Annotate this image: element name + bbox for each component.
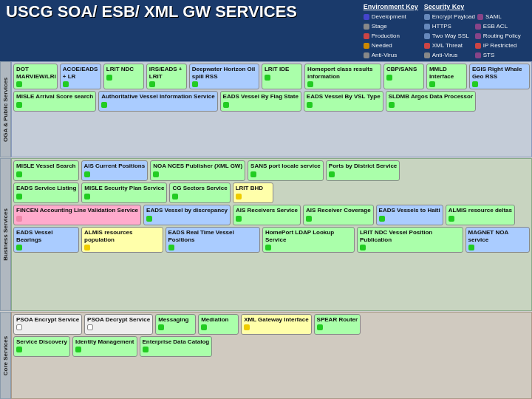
- dot-almis-pop: [84, 245, 90, 250]
- main-container: USCG SOA/ ESB/ XML GW SERVICES Environme…: [0, 0, 532, 399]
- dot-sans-port: [250, 171, 256, 177]
- sec-xmlthreat-label: XML Threat: [432, 42, 473, 49]
- svc-noa-nces[interactable]: NOA NCES Publisher (XML GW): [150, 160, 245, 181]
- svc-eads-haiti[interactable]: EADS Vessels to Haiti: [376, 205, 443, 225]
- svc-psoa-decrypt[interactable]: PSOA Decrypt Service: [84, 314, 153, 335]
- svc-dot-marview[interactable]: DOT MARVIEW/LRI: [13, 64, 58, 89]
- dot-lrit-ndc-vessel: [360, 245, 366, 250]
- business-content: MISLE Vessel Search AIS Current Position…: [11, 158, 532, 311]
- svc-acoe[interactable]: ACOE/EADS + LR: [60, 64, 101, 89]
- body-layout: OGA & Public Services DOT MARVIEW/LRI AC…: [0, 61, 532, 399]
- dot-mmld: [429, 81, 435, 87]
- dot-spear: [317, 324, 323, 330]
- svc-xml-gw[interactable]: XML Gateway Interface: [241, 314, 311, 335]
- env-stage: Stage: [364, 22, 418, 30]
- core-section: Core Services PSOA Encrypt Service PSOA …: [0, 312, 532, 399]
- sec-iprest-label: IP Restricted: [483, 42, 524, 49]
- env-prod-label: Production: [372, 33, 412, 39]
- dot-ports-district: [329, 171, 335, 177]
- header-title: USCG SOA/ ESB/ XML GW SERVICES: [6, 3, 297, 21]
- header: USCG SOA/ ESB/ XML GW SERVICES Environme…: [0, 0, 532, 61]
- sec-av2: Anti-Virus STS: [424, 51, 526, 58]
- svc-ais-coverage[interactable]: AIS Receiver Coverage: [303, 205, 374, 225]
- svc-lrit-bhd[interactable]: LRIT BHD: [233, 183, 273, 203]
- svc-misle-security[interactable]: MISLE Security Plan Service: [81, 183, 167, 203]
- dot-cg-sectors: [172, 194, 178, 200]
- svc-almis-pop[interactable]: ALMIS resources population: [81, 227, 163, 253]
- env-key-header: Environment Key: [364, 3, 418, 10]
- sec-key-header: Security Key: [424, 3, 526, 10]
- oga-section: OGA & Public Services DOT MARVIEW/LRI AC…: [0, 61, 532, 157]
- sec-encrypt: Encrypt Payload SAML: [424, 13, 526, 20]
- sec-twossl-label: Two Way SSL: [432, 33, 473, 39]
- sec-twossl: Two Way SSL Routing Policy: [424, 32, 526, 39]
- dot-identity-mgmt: [75, 347, 81, 352]
- svc-ports-district[interactable]: Ports by District Service: [326, 160, 400, 181]
- svc-sldmb[interactable]: SLDMB Argos Data Processor: [386, 91, 476, 112]
- sec-av2-label: Anti-Virus: [432, 52, 473, 58]
- svc-identity-mgmt[interactable]: Identity Management: [72, 336, 137, 357]
- svc-deepwater[interactable]: Deepwater Horizon Oil spill RSS: [189, 64, 259, 89]
- svc-psoa-encrypt[interactable]: PSOA Encrypt Service: [13, 314, 82, 335]
- svc-auth-vessel[interactable]: Authoritative Vessel Information Service: [98, 91, 217, 112]
- dot-routing: [475, 33, 481, 39]
- svc-mediation[interactable]: Mediation: [198, 314, 239, 335]
- dot-ent-catalog: [143, 347, 149, 352]
- svc-eads-listing[interactable]: EADS Service Listing: [13, 183, 79, 203]
- svc-eads-vsl[interactable]: EADS Vessel By VSL Type: [304, 91, 383, 112]
- dot-xml-gw: [244, 324, 250, 330]
- svc-egis[interactable]: EGIS Right Whale Geo RSS: [469, 64, 530, 89]
- svc-cbp-sans[interactable]: CBP/SANS: [383, 64, 424, 89]
- svc-lrit-ndc[interactable]: LRIT NDC: [103, 64, 144, 89]
- business-label: Business Services: [0, 158, 11, 311]
- svc-mmld[interactable]: MMLD Interface: [426, 64, 467, 89]
- svc-misle-vessel[interactable]: MISLE Vessel Search: [13, 160, 79, 181]
- svc-irs-eads[interactable]: IRS/EADS + LRIT: [146, 64, 187, 89]
- svc-svc-discovery[interactable]: Service Discovery: [13, 336, 70, 357]
- svc-fincen[interactable]: FINCEN Accounting Line Validation Servic…: [13, 205, 141, 225]
- sec-esbacl-label: ESB ACL: [483, 23, 524, 30]
- svc-eads-disc[interactable]: EADS Vessel by discrepancy: [143, 205, 231, 225]
- dot-dot-marview: [16, 81, 22, 87]
- svc-eads-realtime[interactable]: EADS Real Time Vessel Positions: [166, 227, 260, 253]
- svc-messaging[interactable]: Messaging: [155, 314, 196, 335]
- svc-misle-arrival[interactable]: MISLE Arrival Score search: [13, 91, 96, 112]
- dot-misle-security: [84, 194, 90, 200]
- sec-saml-label: SAML: [485, 13, 526, 20]
- svc-lrit-ndc-vessel[interactable]: LRIT NDC Vessel Position Publication: [357, 227, 463, 253]
- svc-lrit-ide[interactable]: LRIT IDE: [262, 64, 302, 89]
- dot-ais-current: [84, 171, 90, 177]
- dot-egis: [472, 81, 478, 87]
- svc-spear[interactable]: SPEAR Router: [314, 314, 361, 335]
- svc-ent-catalog[interactable]: Enterprise Data Catalog: [140, 336, 213, 357]
- dot-eads-haiti: [379, 216, 385, 222]
- sec-https: HTTPS ESB ACL: [424, 22, 526, 30]
- env-needed-label: Needed: [372, 42, 412, 49]
- svc-homeport-class[interactable]: Homeport class results information: [304, 64, 381, 89]
- core-row1: PSOA Encrypt Service PSOA Decrypt Servic…: [13, 314, 530, 335]
- sections-wrapper: OGA & Public Services DOT MARVIEW/LRI AC…: [0, 61, 532, 399]
- dot-av2: [424, 52, 430, 58]
- svc-homeport-ldap[interactable]: HomePort LDAP Lookup Service: [262, 227, 355, 253]
- core-row2: Service Discovery Identity Management En…: [13, 336, 530, 357]
- svc-eads-bearings[interactable]: EADS Vessel Bearings: [13, 227, 79, 253]
- dot-stage: [364, 24, 369, 30]
- svc-cg-sectors[interactable]: CG Sectors Service: [169, 183, 230, 203]
- core-label: Core Services: [0, 312, 11, 399]
- core-content: PSOA Encrypt Service PSOA Decrypt Servic…: [11, 312, 532, 399]
- svc-almis-delta[interactable]: ALMIS resource deltas: [446, 205, 515, 225]
- dot-almis-delta: [449, 216, 454, 222]
- dot-prod: [364, 33, 369, 39]
- svc-eads-flag[interactable]: EADS Vessel By Flag State: [220, 91, 301, 112]
- svc-sans-port[interactable]: SANS port locale service: [248, 160, 324, 181]
- dot-homeport-class: [307, 81, 313, 87]
- dot-lrit-ide: [265, 75, 270, 81]
- env-stage-label: Stage: [372, 23, 412, 30]
- svc-magnet[interactable]: MAGNET NOA service: [466, 227, 531, 253]
- sec-sts-label: STS: [483, 52, 524, 58]
- dot-fincen: [16, 216, 22, 222]
- oga-row2: MISLE Arrival Score search Authoritative…: [13, 91, 530, 112]
- svc-ais-receivers[interactable]: AIS Receivers Service: [233, 205, 301, 225]
- dot-encrypt: [424, 14, 430, 20]
- svc-ais-current[interactable]: AIS Current Positions: [81, 160, 149, 181]
